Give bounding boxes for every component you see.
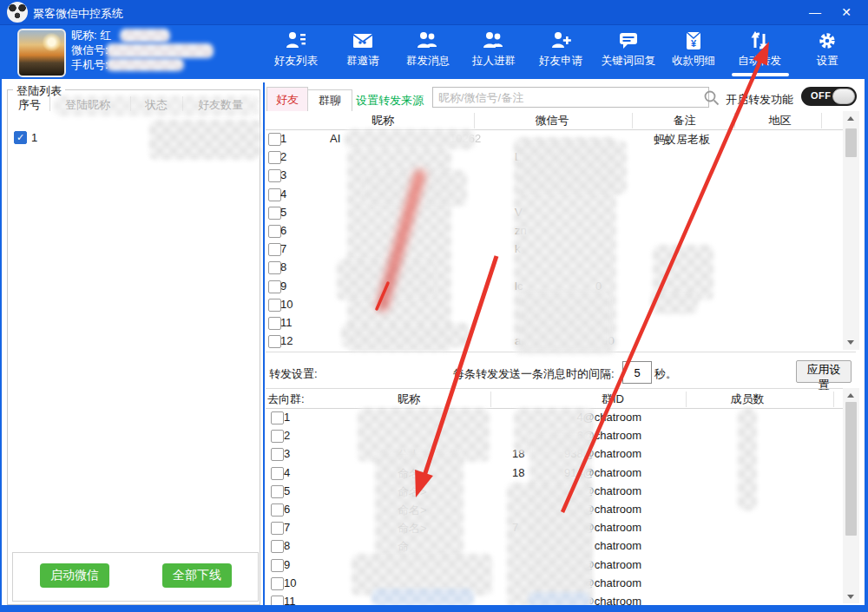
keyword-reply-icon [617,30,640,52]
search-icon[interactable] [703,89,720,107]
minimize-button[interactable]: — [806,3,825,22]
scroll-down-icon[interactable] [847,340,854,345]
censor-blob [517,141,627,194]
row-checkbox[interactable] [271,559,284,572]
row-checkbox[interactable] [268,317,281,330]
all-offline-button[interactable]: 全部下线 [162,563,232,588]
row-checkbox[interactable] [268,335,281,348]
panel-divider [263,82,265,605]
row-number: 3 [280,168,286,181]
friend-table-scrollbar[interactable] [843,111,859,350]
row-checkbox[interactable] [268,151,281,164]
row-checkbox[interactable] [271,430,284,443]
scrollbar-thumb[interactable] [845,402,857,536]
divider [49,96,50,111]
row-number: 1 [280,132,286,145]
row-checkbox[interactable] [271,485,284,498]
divider [686,392,687,407]
row-number: 3 [284,447,290,460]
censor-blob [345,129,475,149]
row-checkbox[interactable] [268,280,281,293]
toolbar-label: 拉人进群 [461,54,527,69]
group-table-scrollbar[interactable] [843,388,859,603]
toolbar-label: 群发消息 [395,54,461,69]
svg-text:¥: ¥ [691,38,697,49]
nickname-fragment: AI [330,132,340,145]
scroll-down-icon[interactable] [847,595,854,599]
row-checkbox[interactable] [271,467,284,480]
window-border-bottom [0,605,868,612]
row-checkbox[interactable] [268,169,281,182]
toolbar-item-payment-detail[interactable]: ¥ 收款明细 [661,30,727,75]
toolbar-item-auto-forward[interactable]: 自动转发 [727,30,792,75]
apply-settings-button[interactable]: 应用设置 [796,360,852,383]
row-checkbox[interactable] [268,188,281,201]
row-checkbox[interactable] [268,225,281,238]
row-number: 6 [284,503,290,516]
row-number: 7 [284,521,290,534]
search-input[interactable] [432,87,709,108]
scroll-up-icon[interactable] [847,116,854,121]
toolbar-label: 自动转发 [727,54,792,69]
row-number: 5 [280,206,286,219]
close-button[interactable]: ✕ [837,3,856,22]
row-checkbox[interactable] [268,133,281,146]
censor-blob [372,589,474,606]
window-border-right [865,78,868,612]
row-checkbox[interactable] [271,448,284,461]
row-number: 2 [280,150,286,163]
toolbar-item-settings[interactable]: 设置 [794,30,860,75]
col-header-member-count: 成员数 [717,392,778,407]
toolbar-label: 好友申请 [528,54,594,69]
toolbar-label: 关键词回复 [595,54,661,69]
censor-blob [106,43,214,58]
censor-blob [519,292,609,351]
divider [821,113,822,128]
toolbar-item-group-invite[interactable]: 群邀请 [330,30,396,75]
divider [833,392,834,407]
row-checkbox[interactable] [268,261,281,274]
row-checkbox[interactable] [271,522,284,535]
censor-blob [528,592,590,606]
row-checkbox[interactable] [271,503,284,517]
start-wechat-button[interactable]: 启动微信 [40,563,109,588]
row-checkbox[interactable] [268,243,281,256]
row-checkbox[interactable] [271,577,284,590]
row-number: 9 [280,280,286,293]
friend-table-header: 昵称 微信号 备注 地区 [266,111,845,129]
scroll-up-icon[interactable] [847,393,854,398]
remark-text: 蚂蚁居老板 [654,132,710,148]
row-checkbox[interactable] [271,540,284,553]
auto-forward-icon [748,30,771,52]
login-row-checkbox[interactable]: ✓ [14,131,27,144]
nickname-value: 红 [100,29,111,42]
toolbar-item-group-send[interactable]: 群发消息 [395,30,461,75]
toolbar-item-friend-list[interactable]: 好友列表 [263,30,329,75]
interval-label: 每条转发发送一条消息时的间隔: [453,366,615,382]
tab-friends[interactable]: 好友 [266,87,308,111]
nickname-label: 昵称: 红 [71,28,111,43]
toolbar-item-keyword-reply[interactable]: 关键词回复 [595,30,661,75]
censor-blob [507,483,592,606]
toolbar-label: 好友列表 [263,54,329,69]
scrollbar-thumb[interactable] [845,128,857,157]
censor-blob [149,120,260,160]
row-checkbox[interactable] [268,207,281,220]
toolbar-item-pull-into-group[interactable]: 拉人进群 [461,30,527,75]
row-number: 10 [284,576,296,589]
set-forward-source-link[interactable]: 设置转发来源 [356,93,424,109]
row-number: 4 [284,466,290,479]
toolbar-item-friend-request[interactable]: 好友申请 [528,30,594,75]
row-checkbox[interactable] [271,411,284,424]
interval-input[interactable] [622,361,652,384]
friend-list-icon [285,30,307,52]
col-header-group-id: 群ID [587,392,639,407]
tab-groups[interactable]: 群聊 [307,89,352,111]
settings-gear-icon [816,30,838,52]
login-row-number: 1 [31,131,37,144]
toggle-state-text: OFF [811,90,832,101]
row-number: 2 [284,429,290,442]
col-header-remark: 备注 [661,113,708,128]
row-checkbox[interactable] [268,299,281,312]
forward-toggle[interactable]: OFF [801,87,857,106]
